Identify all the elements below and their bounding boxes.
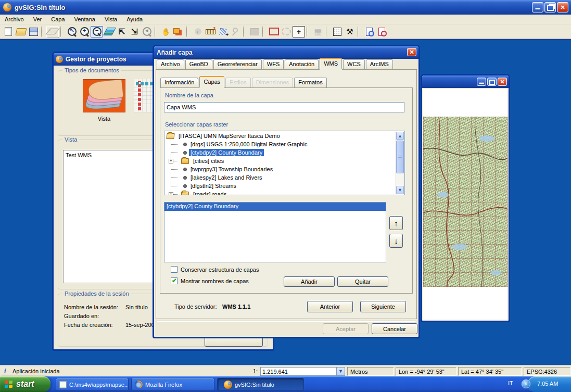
zoom-layers-icon[interactable] bbox=[103, 26, 116, 37]
remove-button[interactable]: Quitar bbox=[337, 276, 388, 287]
zoom-in-icon[interactable] bbox=[78, 26, 91, 37]
toolbar-separator[interactable] bbox=[307, 27, 310, 37]
move-layer-up-button[interactable]: ↑ bbox=[389, 216, 403, 230]
zoom-out-icon[interactable] bbox=[91, 26, 103, 37]
edit-layer-icon[interactable] bbox=[46, 26, 59, 37]
table-icon[interactable] bbox=[312, 26, 324, 37]
select-view-icon[interactable] bbox=[280, 26, 293, 37]
frames-icon[interactable] bbox=[172, 26, 185, 37]
toolbar-separator[interactable] bbox=[186, 27, 190, 37]
menu-item[interactable]: Vista bbox=[100, 15, 122, 23]
selection-rect-icon[interactable] bbox=[248, 26, 261, 37]
zoom-previous-icon[interactable] bbox=[141, 26, 153, 37]
scrollbar-thumb[interactable] bbox=[396, 141, 404, 173]
vista-document-icon[interactable] bbox=[83, 79, 125, 112]
toolbar-separator[interactable] bbox=[358, 27, 361, 37]
menu-item[interactable]: Capa bbox=[46, 15, 69, 23]
main-window-titlebar[interactable]: gvSIG:Sin título bbox=[0, 0, 571, 15]
minimize-icon[interactable] bbox=[532, 2, 543, 12]
service-tab[interactable]: Anotación bbox=[285, 59, 319, 69]
next-button[interactable]: Siguiente bbox=[360, 301, 406, 312]
toolbar-separator[interactable] bbox=[60, 27, 64, 37]
close-icon[interactable] bbox=[498, 78, 507, 86]
service-tab[interactable]: GeoBD bbox=[185, 59, 212, 69]
language-indicator[interactable]: IT bbox=[508, 380, 513, 386]
service-tab[interactable]: Archivo bbox=[157, 59, 184, 69]
menu-item[interactable]: Archivo bbox=[0, 15, 29, 23]
add-layer-dialog-titlebar[interactable]: Añadir capa bbox=[154, 46, 418, 59]
service-tab[interactable]: WFS bbox=[263, 59, 284, 69]
info-icon[interactable] bbox=[192, 26, 204, 37]
tree-item[interactable]: [lakespy2] Lakes and Rivers bbox=[164, 173, 396, 182]
add-button[interactable]: Añadir bbox=[284, 276, 335, 287]
zoom-collapse-icon[interactable] bbox=[116, 26, 128, 37]
tree-item[interactable]: + [roads] roads bbox=[164, 190, 396, 195]
selected-layer-item[interactable]: [ctybdpy2] County Boundary bbox=[164, 203, 386, 211]
tree-scrollbar[interactable]: ▲ ▼ bbox=[396, 132, 404, 194]
add-point-icon[interactable] bbox=[293, 26, 305, 37]
tree-item[interactable]: [ITASCA] UMN MapServer Itasca Demo bbox=[164, 132, 396, 140]
tree-expander[interactable]: + bbox=[169, 159, 173, 163]
tree-item[interactable]: + [cities] cities bbox=[164, 157, 396, 165]
wms-subtab[interactable]: Dimensiones bbox=[252, 78, 294, 87]
maximize-icon[interactable] bbox=[487, 78, 497, 86]
wms-subtab[interactable]: Capas bbox=[199, 76, 224, 87]
toolbar-separator[interactable] bbox=[243, 27, 247, 37]
toolbar-separator[interactable] bbox=[155, 27, 158, 37]
measure-distance-icon[interactable] bbox=[204, 26, 217, 37]
wms-subtab[interactable]: Estilos bbox=[225, 78, 250, 87]
tree-expander[interactable]: + bbox=[169, 192, 173, 195]
restore-icon[interactable] bbox=[544, 2, 556, 12]
zoom-rect-icon[interactable] bbox=[268, 26, 280, 37]
tree-item[interactable]: [drgs] USGS 1:250,000 Digital Raster Gra… bbox=[164, 140, 396, 148]
service-tab[interactable]: Georreferenciar bbox=[213, 59, 262, 69]
config-tools-icon[interactable] bbox=[344, 26, 356, 37]
measure-area-icon[interactable] bbox=[217, 26, 229, 37]
menu-item[interactable]: Ventana bbox=[70, 15, 100, 23]
center-pin-icon[interactable] bbox=[229, 26, 242, 37]
close-icon[interactable] bbox=[407, 48, 416, 56]
pixel-grid-icon[interactable] bbox=[331, 26, 344, 37]
tree-item[interactable]: [dlgstln2] Streams bbox=[164, 182, 396, 190]
scroll-up-icon[interactable]: ▲ bbox=[396, 132, 404, 140]
move-layer-down-button[interactable]: ↓ bbox=[389, 234, 403, 248]
wms-subtab[interactable]: Información bbox=[160, 78, 198, 87]
service-tab[interactable]: WMS bbox=[320, 58, 342, 69]
service-tab[interactable]: ArcIMS bbox=[366, 59, 393, 69]
save-icon[interactable] bbox=[27, 26, 40, 37]
taskbar-task-button[interactable]: gvSIG:Sin titulo bbox=[217, 378, 304, 391]
wms-subtab[interactable]: Formatos bbox=[294, 78, 326, 87]
scale-combobox[interactable]: 1.219.641 ▼ bbox=[260, 367, 345, 376]
hide-icons-chevron-icon[interactable]: ‹ bbox=[522, 380, 530, 388]
raster-layer-tree[interactable]: [ITASCA] UMN MapServer Itasca Demo [drgs… bbox=[164, 131, 405, 195]
service-tab[interactable]: WCS bbox=[343, 59, 365, 69]
search-doc-blue-icon[interactable] bbox=[363, 26, 375, 37]
menu-item[interactable]: Ayuda bbox=[122, 15, 147, 23]
zoom-expand-icon[interactable] bbox=[128, 26, 141, 37]
map-view-titlebar[interactable] bbox=[422, 75, 509, 88]
cancel-button[interactable]: Cancelar bbox=[372, 323, 417, 334]
toolbar-separator[interactable] bbox=[262, 27, 266, 37]
start-button[interactable]: start bbox=[0, 376, 50, 392]
open-project-icon[interactable] bbox=[15, 26, 27, 37]
taskbar-task-button[interactable]: Mozilla Firefox bbox=[131, 378, 214, 391]
tree-item[interactable]: [ctybdpy2] County Boundary bbox=[164, 148, 396, 157]
keep-structure-checkbox[interactable] bbox=[171, 266, 177, 273]
chevron-down-icon[interactable]: ▼ bbox=[336, 368, 345, 375]
selected-layers-list[interactable]: [ctybdpy2] County Boundary bbox=[164, 202, 386, 262]
new-document-icon[interactable] bbox=[2, 26, 15, 37]
search-doc-red-icon[interactable] bbox=[375, 26, 388, 37]
toolbar-separator[interactable] bbox=[326, 27, 329, 37]
tree-item[interactable]: [twprgpy3] Township Boundaries bbox=[164, 165, 396, 173]
minimize-icon[interactable] bbox=[477, 78, 486, 86]
close-icon[interactable] bbox=[557, 2, 568, 12]
pan-icon[interactable] bbox=[160, 26, 172, 37]
show-names-checkbox[interactable] bbox=[171, 277, 177, 284]
zoom-pointer-icon[interactable] bbox=[66, 26, 78, 37]
menu-item[interactable]: Ver bbox=[29, 15, 47, 23]
scroll-down-icon[interactable]: ▼ bbox=[396, 186, 404, 194]
layer-name-input[interactable] bbox=[164, 102, 404, 112]
accept-button[interactable]: Aceptar bbox=[323, 323, 369, 334]
taskbar-task-button[interactable]: C:\ms4w\apps\mapse... bbox=[56, 378, 129, 391]
toolbar-separator[interactable] bbox=[41, 27, 45, 37]
